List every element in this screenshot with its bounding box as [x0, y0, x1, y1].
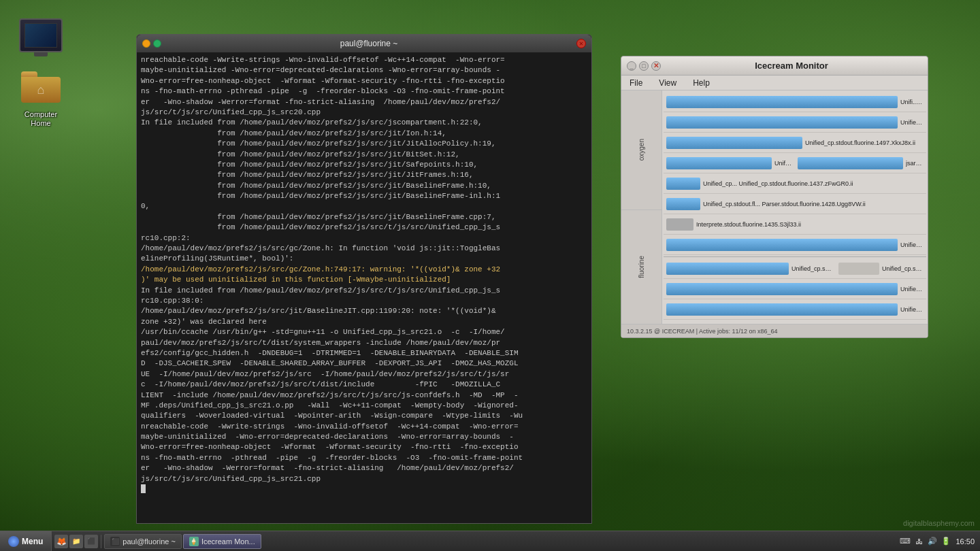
- job-progress-bar: [666, 137, 802, 149]
- terminal-line: js/src/t/js/src/Unified_cpp_js_src20.cpp: [141, 107, 587, 118]
- terminal-line: maybe-uninitialized -Wno-error=deprecate…: [141, 432, 587, 442]
- icecream-statusbar: 10.3.2.15 @ ICECREAM | Active jobs: 11/1…: [621, 324, 928, 337]
- terminal-line: Wno-error=free-nonheap-object -Wformat -…: [141, 442, 587, 452]
- job-progress-bar: [666, 198, 700, 210]
- terminal-line: In file included from /home/paul/dev/moz…: [141, 118, 587, 128]
- job-progress-bar: [666, 96, 898, 108]
- terminal-line: /home/paul/dev/moz/prefs2/js/src/jit/Bas…: [141, 306, 587, 316]
- job-progress-bar: [666, 178, 700, 190]
- icecream-window-controls: _ □ ✕: [627, 61, 661, 71]
- job-label: Unified_cp.stdout.fluorine.1535.x2Be2f.i…: [774, 160, 792, 167]
- icecream-status-text: 10.3.2.15 @ ICECREAM | Active jobs: 11/1…: [627, 328, 778, 335]
- terminal-content[interactable]: nreachable-code -Wwrite-strings -Wno-inv…: [137, 52, 591, 523]
- job-label-2: Unified_cp.stdout.fluorine.150...: [882, 265, 924, 272]
- node-divider: [664, 256, 926, 257]
- terminal-line: c -I/home/paul/dev/moz/prefs2/js/src/t/d…: [141, 380, 587, 390]
- job-label: Unified_cp.stdout.fluorine.1438.5zqST3.i…: [900, 241, 924, 248]
- volume-tray-icon[interactable]: 🔊: [927, 536, 938, 547]
- terminal-close-button[interactable]: ✕: [576, 39, 586, 48]
- terminal-line: MF .deps/Unified_cpp_js_src21.o.pp -Wall…: [141, 401, 587, 411]
- ice-job-row: Unified_cp.stdout.fluorine.1551.hqZgoB.i…: [664, 258, 926, 279]
- terminal-line: elineProfiling(JSRuntime*, bool)':: [141, 254, 587, 264]
- terminal-line: rc10.cpp:38:0:: [141, 296, 587, 306]
- quick-launch-icon-1[interactable]: 🦊: [54, 535, 68, 548]
- start-button[interactable]: Menu: [0, 531, 52, 552]
- terminal-line: from /home/paul/dev/moz/prefs2/js/src/t/…: [141, 222, 587, 233]
- terminal-line: rc10.cpp:2:: [141, 233, 587, 244]
- job-label: Unified_cp.stdout.fluorine.1551.hqZgoB.i…: [791, 265, 833, 272]
- job-progress-bar: [666, 157, 772, 169]
- job-progress-bar-inactive: [666, 218, 693, 231]
- ice-job-row: Unified_cp.stdout.fluorine.1511.cYbk18.i…: [664, 279, 926, 299]
- terminal-line: er -Wno-shadow -Werror=format -fno-stric…: [141, 97, 587, 107]
- watermark: digitalblasphemy.com: [903, 519, 975, 527]
- taskbar: Menu 🦊 📁 ⬛ ⬛ paul@fluorine ~ 🍦 Icecream …: [0, 531, 980, 551]
- terminal-window-controls: [142, 39, 161, 48]
- terminal-cursor-line: [141, 484, 587, 495]
- taskbar-item-terminal[interactable]: ⬛ paul@fluorine ~: [104, 534, 182, 549]
- icecream-titlebar: _ □ ✕ Icecream Monitor: [621, 56, 928, 76]
- job-progress-bar: [666, 283, 898, 295]
- job-progress-bar-2: [798, 157, 903, 169]
- quick-launch-icon-2[interactable]: 📁: [69, 535, 83, 548]
- job-progress-bar: [666, 303, 898, 316]
- ice-job-row: Interprete.stdout.fluorine.1435.S3jl33.i…: [664, 214, 926, 235]
- terminal-line: nreachable-code -Wwrite-strings -Wno-inv…: [141, 422, 587, 432]
- ice-job-row: Unified_cp... Unified_cp.stdout.fluorine…: [664, 173, 926, 194]
- terminal-line: js/src/t/js/src/Unified_cpp_js_src21.cpp: [141, 474, 587, 484]
- ice-job-row: Unified_cp.stdout.fluorine.1540.9gg882.i…: [664, 299, 926, 320]
- icecream-minimize-button[interactable]: _: [627, 61, 636, 71]
- monitor-icon-img: [19, 14, 63, 57]
- ice-job-row: Unified_cp.stdout.fluorine.1438.5zqST3.i…: [664, 235, 926, 255]
- monitor-screen: [24, 23, 57, 48]
- taskbar-items: ⬛ paul@fluorine ~ 🍦 Icecream Mon...: [101, 534, 894, 549]
- icecream-menubar: File View Help: [621, 76, 928, 90]
- battery-tray-icon[interactable]: 🔋: [941, 536, 951, 547]
- terminal-line: from /home/paul/dev/moz/prefs2/js/src/ji…: [141, 191, 587, 201]
- terminal-titlebar: paul@fluorine ~ ✕: [137, 35, 591, 52]
- quick-launch-icon-3[interactable]: ⬛: [84, 535, 98, 548]
- terminal-line: from /home/paul/dev/moz/prefs2/js/src/ji…: [141, 212, 587, 222]
- ice-job-row: Unified_cp.stdout.fluorine.1497.XkxJ8x.i…: [664, 133, 926, 153]
- icecream-jobs-area[interactable]: Unifi... Unified_cp.stdout.fluorine.1496…: [662, 90, 928, 324]
- terminal-line: Wno-error=free-nonheap-object -Wformat -…: [141, 76, 587, 86]
- monitor-graphic: [19, 18, 63, 52]
- terminal-line: UE -I/home/paul/dev/moz/prefs2/js/src -I…: [141, 369, 587, 380]
- system-tray-icons: ⌨ 🖧 🔊 🔋: [900, 536, 951, 547]
- taskbar-item-icecream[interactable]: 🍦 Icecream Mon...: [183, 534, 261, 549]
- taskbar-terminal-icon: ⬛: [110, 537, 120, 546]
- terminal-maximize-button[interactable]: [153, 39, 161, 48]
- terminal-line: D -DJS_CACHEIR_SPEW -DENABLE_SHARED_ARRA…: [141, 358, 587, 369]
- job-label: Unified_cp.stdout.fluorine.1511.cYbk18.i…: [900, 286, 924, 293]
- folder-graphic: ⌂: [21, 71, 61, 103]
- terminal-line: from /home/paul/dev/moz/prefs2/js/src/ji…: [141, 160, 587, 170]
- terminal-window: paul@fluorine ~ ✕ nreachable-code -Wwrit…: [136, 34, 592, 524]
- job-label: Unified_cp.stdout.fluorine.1532.Lk85oZ.i…: [900, 119, 924, 126]
- network-tray-icon[interactable]: 🖧: [913, 536, 924, 547]
- taskbar-terminal-label: paul@fluorine ~: [122, 537, 176, 546]
- oxygen-node-label: oxygen: [621, 90, 662, 210]
- terminal-line: from /home/paul/dev/moz/prefs2/js/src/ji…: [141, 139, 587, 149]
- icecream-menu-file[interactable]: File: [627, 77, 645, 89]
- ice-job-row: Unified_cp.stdout.fluorine.1535.x2Be2f.i…: [664, 153, 926, 173]
- firefox-icon: 🦊: [56, 537, 67, 546]
- job-label: Unified_cp.stdout.fluorine.1540.9gg882.i…: [900, 306, 924, 313]
- ice-job-row: Unified_cp.stdout.fl... Parser.stdout.fl…: [664, 194, 926, 214]
- terminal-line: maybe-uninitialized -Wno-error=deprecate…: [141, 65, 587, 76]
- icecream-menu-view[interactable]: View: [656, 77, 679, 89]
- ice-job-row: Unified_cp.stdout.fluorine.1532.Lk85oZ.i…: [664, 112, 926, 133]
- job-label: Unifi... Unified_cp.stdout.fluorine.1496…: [900, 99, 924, 105]
- computer-home-desktop-icon[interactable]: ⌂ Computer Home: [14, 65, 68, 128]
- job-label: Unified_cp.stdout.fluorine.1497.XkxJ8x.i…: [805, 139, 924, 146]
- terminal-line: er -Wno-shadow -Werror=format -fno-stric…: [141, 463, 587, 473]
- icecream-maximize-button[interactable]: □: [639, 61, 649, 71]
- icecream-close-button[interactable]: ✕: [651, 61, 661, 71]
- oxygen-label-text: oxygen: [638, 139, 645, 161]
- terminal-minimize-button[interactable]: [142, 39, 150, 48]
- terminal-line: 0,: [141, 201, 587, 212]
- job-label: Unified_cp.stdout.fl... Parser.stdout.fl…: [703, 201, 924, 207]
- icecream-menu-help[interactable]: Help: [690, 77, 713, 89]
- keyboard-tray-icon[interactable]: ⌨: [900, 536, 911, 547]
- fluorine-node-label: fluorine: [621, 210, 662, 324]
- monitor-desktop-icon[interactable]: [14, 14, 68, 59]
